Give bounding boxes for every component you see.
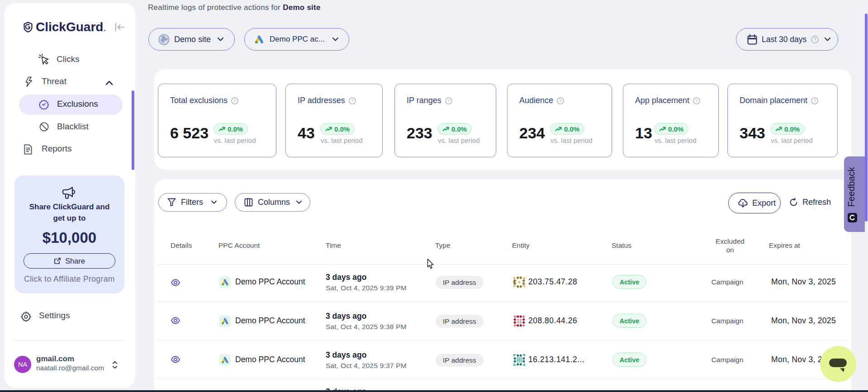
svg-text:?: ?	[351, 98, 353, 103]
svg-text:?: ?	[695, 98, 697, 103]
svg-text:?: ?	[559, 98, 561, 103]
svg-text:?: ?	[233, 98, 236, 103]
svg-text:?: ?	[814, 37, 816, 42]
svg-text:?: ?	[447, 98, 450, 103]
svg-text:?: ?	[813, 98, 816, 103]
